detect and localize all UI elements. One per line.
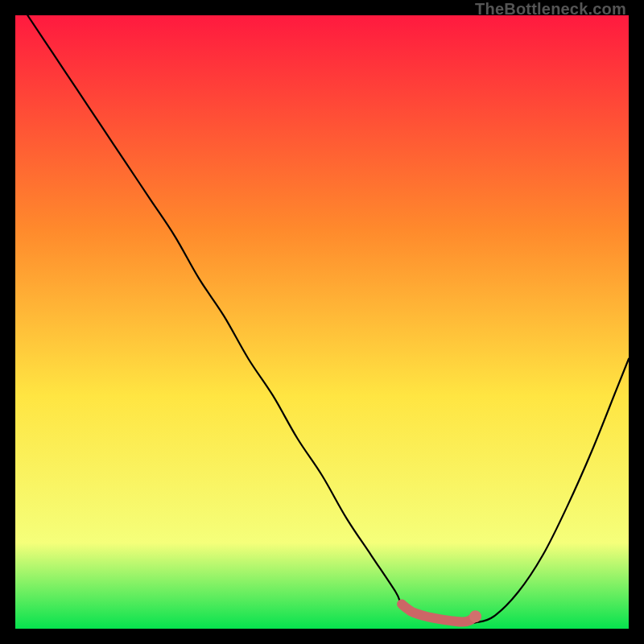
watermark-text: TheBottleneck.com <box>475 0 626 19</box>
bottleneck-chart <box>15 15 629 629</box>
gradient-background <box>15 15 629 629</box>
marker-point <box>469 610 481 622</box>
chart-frame <box>15 15 629 629</box>
